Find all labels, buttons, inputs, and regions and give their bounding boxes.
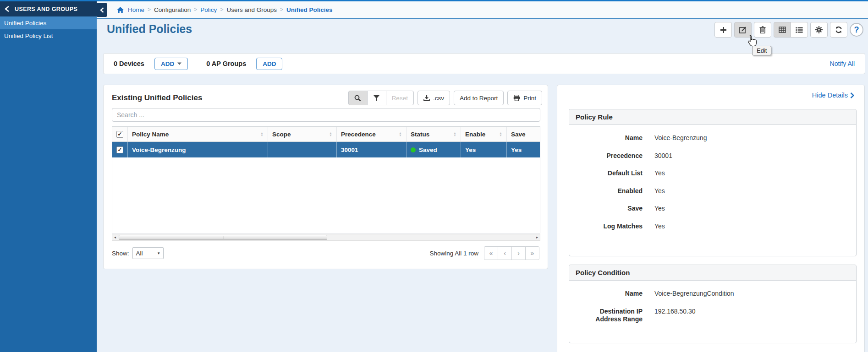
table-view-button[interactable] [774,22,791,38]
column-label: Status [411,131,429,138]
add-ap-groups-button[interactable]: ADD [256,58,282,70]
table-actions: Reset .csv Add to Report Print [348,91,542,105]
next-page-icon: › [517,249,520,257]
table-footer: Show: All ▾ Showing All 1 row « ‹ › » [112,246,539,260]
last-page-icon: » [531,249,534,257]
sidebar: USERS AND GROUPS Unified Policies Unifie… [0,1,97,352]
column-header-enable[interactable]: Enable ▲▼ [461,127,506,141]
sidebar-title: USERS AND GROUPS [15,6,77,12]
column-label: Enable [465,131,485,138]
chevron-right-icon [850,92,854,98]
sort-icon: ▲▼ [258,132,264,136]
reset-button[interactable]: Reset [386,91,414,105]
horizontal-scrollbar[interactable]: ◂ ▸ [112,234,540,241]
top-accent-strip [0,0,868,1]
table-header-row: ✓ Policy Name ▲▼ Scope ▲▼ Precedence ▲ [112,127,540,142]
enable-value: Yes [465,146,476,153]
field-value: Voice-Begrenzung [654,134,707,142]
field-label: Default List [574,169,643,178]
field-value: 192.168.50.30 [654,308,696,324]
settings-button[interactable] [810,22,828,38]
row-select-cell: ✓ [112,142,127,157]
row-checkbox[interactable]: ✓ [116,146,123,153]
show-select[interactable]: All ▾ [132,247,164,259]
cell-status: Saved [406,142,461,157]
column-header-save[interactable]: Save [506,127,540,141]
first-page-button[interactable]: « [484,246,498,260]
details-panel: Hide Details Policy Rule Name Voice-Begr… [557,85,865,352]
existing-policies-title: Existing Unified Policies [112,93,202,103]
breadcrumb-separator: > [148,6,151,13]
scroll-right-arrow[interactable]: ▸ [534,235,540,239]
home-icon [117,7,124,13]
table-row-voice-begrenzung[interactable]: ✓ Voice-Begrenzung 30001 [112,142,540,157]
policy-rule-section: Policy Rule Name Voice-Begrenzung Preced… [569,109,857,256]
sort-icon: ▲▼ [496,132,502,136]
breadcrumb-policy[interactable]: Policy [200,6,217,13]
sidebar-header[interactable]: USERS AND GROUPS [0,1,97,16]
existing-policies-header: Existing Unified Policies Reset [112,91,542,105]
header-toolbar: ? [714,22,863,38]
column-header-precedence[interactable]: Precedence ▲▼ [336,127,406,141]
notify-all-link[interactable]: Notify All [830,60,855,67]
scroll-left-arrow[interactable]: ◂ [112,235,118,239]
breadcrumb-unified-policies[interactable]: Unified Policies [286,6,333,13]
question-mark-icon: ? [854,25,859,35]
column-header-scope[interactable]: Scope ▲▼ [268,127,336,141]
add-to-report-button[interactable]: Add to Report [454,91,504,105]
back-chevron-icon[interactable] [5,6,15,12]
help-button[interactable]: ? [850,23,863,37]
breadcrumb-home[interactable]: Home [128,6,144,13]
policy-name-value: Voice-Begrenzung [132,146,186,153]
filter-icon [374,95,379,101]
add-button[interactable] [714,22,732,38]
refresh-button[interactable] [830,22,847,38]
policy-rule-title: Policy Rule [569,109,856,125]
field-value: Yes [654,187,665,195]
save-value: Yes [511,146,522,153]
cell-save: Yes [506,142,540,157]
add-devices-button[interactable]: ADD [154,58,188,70]
field-value: Yes [654,169,665,178]
view-toggle-group [774,22,808,38]
field-row: Name Voice-Begrenzung [574,134,852,142]
next-page-button[interactable]: › [511,246,526,260]
select-all-checkbox[interactable]: ✓ [116,131,123,138]
field-row: Destination IP Address Range 192.168.50.… [574,308,852,324]
sidebar-item-unified-policies[interactable]: Unified Policies [0,16,97,29]
hide-details-link[interactable]: Hide Details [812,92,854,99]
breadcrumb-configuration: Configuration [154,6,191,13]
breadcrumb-separator: > [194,6,197,13]
chevron-down-icon: ▾ [158,251,160,255]
column-header-policy-name[interactable]: Policy Name ▲▼ [127,127,268,141]
field-label: Enabled [574,187,643,195]
mouse-cursor-pointer [748,35,758,47]
field-value: Yes [654,222,665,231]
field-label: Save [574,205,643,213]
last-page-button[interactable]: » [525,246,539,260]
scrollbar-thumb[interactable] [119,235,327,240]
prev-page-button[interactable]: ‹ [498,246,512,260]
field-label: Log Matches [574,222,643,231]
search-input[interactable] [112,108,540,122]
field-row: Default List Yes [574,169,852,178]
sidebar-item-unified-policy-list[interactable]: Unified Policy List [0,29,97,42]
list-view-button[interactable] [791,22,808,38]
print-button[interactable]: Print [507,91,542,105]
policy-condition-title: Policy Condition [569,265,856,281]
sort-icon: ▲▼ [396,132,402,136]
precedence-value: 30001 [341,146,358,153]
search-toggle-button[interactable] [348,91,368,105]
field-label: Precedence [574,152,643,160]
sort-icon: ▲▼ [450,132,456,136]
field-value: 30001 [654,152,672,160]
table-grid-icon [779,27,786,33]
filter-button[interactable] [367,91,386,105]
search-icon [354,95,361,102]
ap-groups-count: 0 AP Groups [206,60,246,67]
gear-icon [815,26,823,33]
refresh-icon [835,26,842,33]
column-header-status[interactable]: Status ▲▼ [406,127,461,141]
csv-export-button[interactable]: .csv [418,91,450,105]
sidebar-collapse-button[interactable] [97,3,107,17]
